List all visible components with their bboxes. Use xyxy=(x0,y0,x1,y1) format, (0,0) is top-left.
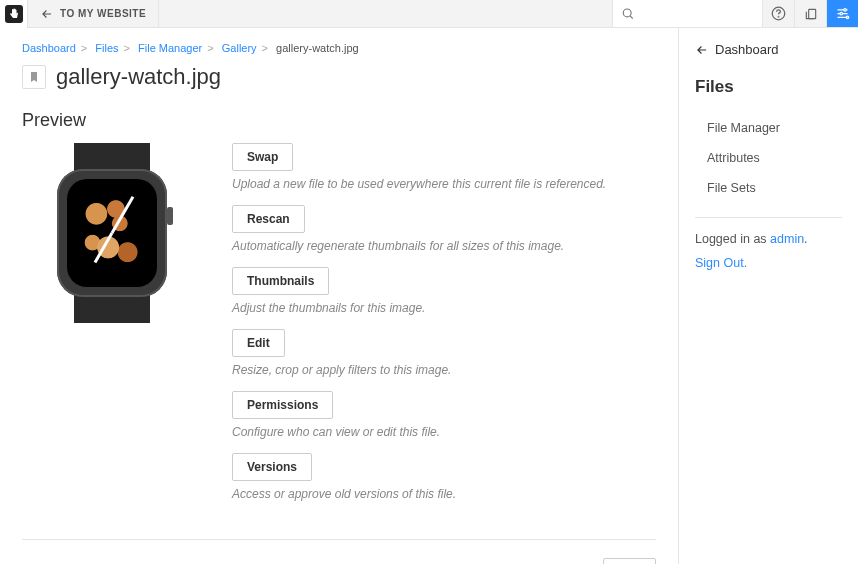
search-cell[interactable] xyxy=(612,0,762,27)
file-thumbnail[interactable] xyxy=(22,143,202,323)
topbar: TO MY WEBSITE xyxy=(0,0,858,28)
divider xyxy=(695,217,842,218)
login-user-link[interactable]: admin xyxy=(770,232,804,246)
login-status: Logged in as admin. xyxy=(695,232,842,246)
help-icon xyxy=(771,6,786,21)
page-title: gallery-watch.jpg xyxy=(56,64,221,90)
svg-point-2 xyxy=(778,16,779,17)
hand-icon xyxy=(5,5,23,23)
file-title-row: gallery-watch.jpg xyxy=(22,64,656,90)
sidebar-item-file-sets[interactable]: File Sets xyxy=(695,173,842,203)
to-website-link[interactable]: TO MY WEBSITE xyxy=(28,0,159,27)
clipboard-icon xyxy=(804,7,818,21)
clipboard-button[interactable] xyxy=(794,0,826,27)
preview-heading: Preview xyxy=(22,110,656,131)
swap-button[interactable]: Swap xyxy=(232,143,293,171)
sidebar-title: Files xyxy=(695,77,842,97)
breadcrumb-current: gallery-watch.jpg xyxy=(276,42,359,54)
arrow-left-icon xyxy=(40,7,54,21)
breadcrumb-link[interactable]: Dashboard xyxy=(22,42,76,54)
versions-button[interactable]: Versions xyxy=(232,453,312,481)
arrow-left-icon xyxy=(695,43,709,57)
svg-point-5 xyxy=(840,12,843,15)
sidebar-item-attributes[interactable]: Attributes xyxy=(695,143,842,173)
app-logo[interactable] xyxy=(0,0,28,28)
sidebar-item-file-manager[interactable]: File Manager xyxy=(695,113,842,143)
action-desc: Upload a new file to be used everywhere … xyxy=(232,177,656,191)
sidebar: Dashboard Files File Manager Attributes … xyxy=(678,28,858,564)
help-button[interactable] xyxy=(762,0,794,27)
back-label: Dashboard xyxy=(715,42,779,57)
to-website-label: TO MY WEBSITE xyxy=(60,8,146,19)
action-desc: Resize, crop or apply filters to this im… xyxy=(232,363,656,377)
login-prefix: Logged in as xyxy=(695,232,770,246)
breadcrumb-link[interactable]: File Manager xyxy=(138,42,202,54)
svg-rect-3 xyxy=(808,9,815,18)
preview-row: Swap Upload a new file to be used everyw… xyxy=(22,143,656,515)
bookmark-button[interactable] xyxy=(22,65,46,89)
main-content: Dashboard> Files> File Manager> Gallery>… xyxy=(0,28,678,564)
actions-list: Swap Upload a new file to be used everyw… xyxy=(232,143,656,515)
sliders-icon xyxy=(835,6,850,21)
breadcrumb: Dashboard> Files> File Manager> Gallery>… xyxy=(22,42,656,54)
sidebar-nav: File Manager Attributes File Sets xyxy=(695,113,842,203)
search-icon xyxy=(621,6,634,21)
breadcrumb-sep: > xyxy=(262,42,268,54)
login-suffix: . xyxy=(804,232,807,246)
rescan-button[interactable]: Rescan xyxy=(232,205,305,233)
settings-panel-button[interactable] xyxy=(826,0,858,27)
breadcrumb-sep: > xyxy=(207,42,213,54)
attributes-section: Attributes Edit Title gallery-watch.jpg … xyxy=(22,539,656,564)
topbar-spacer xyxy=(159,0,612,27)
breadcrumb-link[interactable]: Files xyxy=(95,42,118,54)
svg-point-0 xyxy=(623,9,631,17)
permissions-button[interactable]: Permissions xyxy=(232,391,333,419)
back-to-dashboard[interactable]: Dashboard xyxy=(695,42,842,57)
breadcrumb-link[interactable]: Gallery xyxy=(222,42,257,54)
action-desc: Automatically regenerate thumbnails for … xyxy=(232,239,656,253)
watch-illustration xyxy=(42,143,182,323)
bookmark-icon xyxy=(28,70,40,84)
breadcrumb-sep: > xyxy=(81,42,87,54)
action-desc: Configure who can view or edit this file… xyxy=(232,425,656,439)
breadcrumb-sep: > xyxy=(124,42,130,54)
edit-button[interactable]: Edit xyxy=(232,329,285,357)
action-desc: Access or approve old versions of this f… xyxy=(232,487,656,501)
sign-out-link[interactable]: Sign Out. xyxy=(695,256,842,270)
svg-point-4 xyxy=(844,9,847,12)
search-input[interactable] xyxy=(634,7,754,21)
edit-attributes-button[interactable]: Edit xyxy=(603,558,656,564)
thumbnails-button[interactable]: Thumbnails xyxy=(232,267,329,295)
action-desc: Adjust the thumbnails for this image. xyxy=(232,301,656,315)
